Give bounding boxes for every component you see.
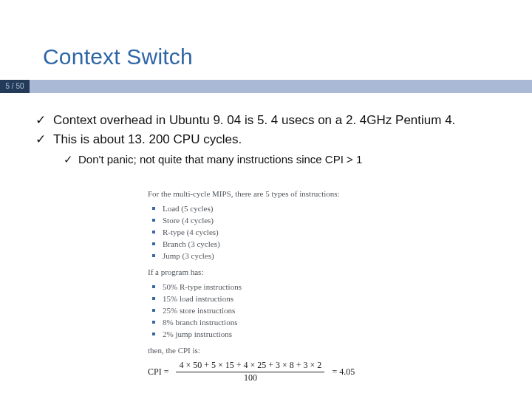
embedded-figure: For the multi-cycle MIPS, there are 5 ty… xyxy=(148,189,458,383)
page-strip xyxy=(30,80,532,93)
list-item: Load (5 cycles) xyxy=(152,204,458,213)
list-item: Branch (3 cycles) xyxy=(152,239,458,248)
list-item: R-type (4 cycles) xyxy=(152,228,458,236)
slide-title: Context Switch xyxy=(43,44,193,69)
list-item: 2% jump instructions xyxy=(152,330,458,338)
page-number-badge: 5 / 50 xyxy=(0,80,30,93)
slide-body: Context overhead in Ubuntu 9. 04 is 5. 4… xyxy=(34,111,519,166)
list-item: Store (4 cycles) xyxy=(152,216,458,225)
list-item: 15% load instructions xyxy=(152,294,458,303)
cpi-fraction: 4 × 50 + 5 × 15 + 4 × 25 + 3 × 8 + 3 × 2… xyxy=(176,361,324,383)
list-item: Jump (3 cycles) xyxy=(152,251,458,260)
cpi-denominator: 100 xyxy=(241,373,260,383)
cpi-label: CPI = xyxy=(148,366,168,378)
main-bullet-list: Context overhead in Ubuntu 9. 04 is 5. 4… xyxy=(34,112,519,148)
figure-then-text: then, the CPI is: xyxy=(148,346,458,355)
cpi-equation: CPI = 4 × 50 + 5 × 15 + 4 × 25 + 3 × 8 +… xyxy=(148,361,458,383)
cpi-result: = 4.05 xyxy=(332,366,355,378)
main-bullet: This is about 13. 200 CPU cycles. xyxy=(34,132,519,148)
list-item: 25% store instructions xyxy=(152,306,458,315)
instruction-types-list: Load (5 cycles) Store (4 cycles) R-type … xyxy=(152,204,458,260)
cpi-numerator: 4 × 50 + 5 × 15 + 4 × 25 + 3 × 8 + 3 × 2 xyxy=(176,361,324,371)
list-item: 8% branch instructions xyxy=(152,318,458,327)
list-item: 50% R-type instructions xyxy=(152,282,458,291)
slide: Context Switch 5 / 50 Context overhead i… xyxy=(0,0,532,399)
main-bullet: Context overhead in Ubuntu 9. 04 is 5. 4… xyxy=(34,112,519,129)
figure-mid-text: If a program has: xyxy=(148,267,458,276)
instruction-mix-list: 50% R-type instructions 15% load instruc… xyxy=(152,282,458,338)
sub-bullet: Don't panic; not quite that many instruc… xyxy=(64,152,519,167)
figure-lead-text: For the multi-cycle MIPS, there are 5 ty… xyxy=(148,189,458,198)
sub-bullet-list: Don't panic; not quite that many instruc… xyxy=(64,152,519,167)
page-bar: 5 / 50 xyxy=(0,80,532,93)
